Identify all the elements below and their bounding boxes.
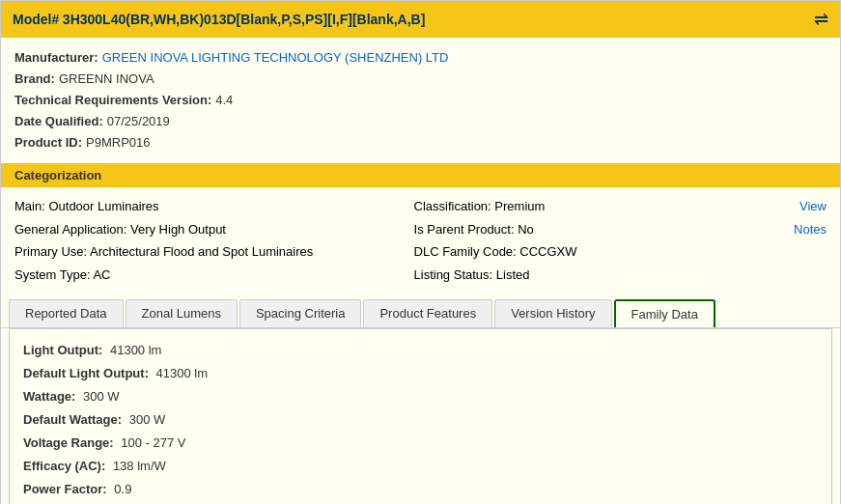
product-id-label: Product ID: [14,132,82,154]
efficacy-label: Efficacy (AC): [23,459,105,473]
manufacturer-label: Manufacturer: [14,47,98,69]
default-light-output-value: 41300 lm [156,366,208,380]
categorization-header: Categorization [1,163,840,187]
cat-right-column: Classification: Premium Is Parent Produc… [385,195,785,286]
model-label: Model# [13,12,59,27]
primary-use-label: Primary Use: [14,244,87,259]
light-output-label: Light Output: [23,343,102,357]
power-factor-label: Power Factor: [23,482,107,496]
tab-zonal-lumens[interactable]: Zonal Lumens [126,299,238,327]
general-app-label: General Application: [14,222,126,237]
efficacy-value: 138 lm/W [113,459,166,473]
voltage-range-label: Voltage Range: [23,435,114,450]
power-factor-row: Power Factor: 0.9 [23,478,818,501]
wattage-value: 300 W [83,389,120,404]
listing-status-value: Listed [496,267,530,282]
product-id-row: Product ID: P9MRP016 [14,132,827,154]
date-qualified-row: Date Qualified: 07/25/2019 [14,111,827,132]
date-qualified-label: Date Qualified: [14,111,103,132]
view-link[interactable]: View [799,195,827,217]
default-light-output-row: Default Light Output: 41300 lm [23,362,818,385]
notes-link[interactable]: Notes [794,218,827,240]
header-bar: Model# 3H300L40(BR,WH,BK)013D[Blank,P,S,… [1,1,840,38]
light-output-row: Light Output: 41300 lm [23,339,818,362]
cat-actions: View Notes [784,195,827,240]
main-row: Main: Outdoor Luminaires [14,195,385,217]
classification-label: Classification: [414,199,491,213]
categorization-title: Categorization [14,168,101,182]
wattage-label: Wattage: [23,389,75,404]
model-value: 3H300L40(BR,WH,BK)013D[Blank,P,S,PS][I,F… [63,12,425,27]
tab-version-history[interactable]: Version History [494,299,611,327]
categorization-content: Main: Outdoor Luminaires General Applica… [1,187,840,294]
tab-reported-data[interactable]: Reported Data [9,299,124,327]
voltage-range-row: Voltage Range: 100 - 277 V [23,432,818,455]
system-type-value: AC [93,267,110,282]
tab-spacing-criteria[interactable]: Spacing Criteria [239,299,362,327]
main-value: Outdoor Luminaires [48,199,158,213]
product-id-value: P9MRP016 [86,132,150,154]
general-app-value[interactable]: Very High Output [130,222,226,237]
primary-use-value[interactable]: Architectural Flood and Spot Luminaires [90,244,313,259]
info-section: Manufacturer: GREEN INOVA LIGHTING TECHN… [1,38,840,163]
system-type-row: System Type: AC [14,264,385,286]
tech-req-value: 4.4 [215,90,233,111]
dlc-family-label: DLC Family Code: [414,244,517,259]
date-qualified-value: 07/25/2019 [107,111,170,132]
light-output-value: 41300 lm [110,343,161,357]
tab-content-reported-data: Light Output: 41300 lm Default Light Out… [9,328,832,504]
tabs-bar: Reported Data Zonal Lumens Spacing Crite… [1,294,840,328]
page-wrapper: Model# 3H300L40(BR,WH,BK)013D[Blank,P,S,… [0,0,841,504]
classification-value: Premium [494,199,545,213]
brand-row: Brand: GREENN INOVA [14,69,827,90]
default-wattage-label: Default Wattage: [23,412,122,427]
system-type-label: System Type: [14,267,91,282]
tab-family-data[interactable]: Family Data [614,299,715,327]
main-label: Main: [14,199,45,213]
dlc-family-value: CCCGXW [519,244,576,259]
classification-row: Classification: Premium [414,195,785,217]
power-factor-value: 0.9 [114,482,131,496]
is-parent-value: No [518,222,534,237]
brand-value: GREENN INOVA [59,69,154,90]
model-header: Model# 3H300L40(BR,WH,BK)013D[Blank,P,S,… [13,12,425,27]
default-wattage-value: 300 W [129,412,166,427]
is-parent-label: Is Parent Product: [414,222,515,237]
primary-use-row: Primary Use: Architectural Flood and Spo… [14,240,385,263]
brand-label: Brand: [14,69,55,90]
listing-status-label: Listing Status: [414,267,493,282]
general-app-row: General Application: Very High Output [14,218,385,240]
dlc-family-row: DLC Family Code: CCCGXW [414,240,785,263]
tab-product-features[interactable]: Product Features [363,299,492,327]
wattage-row: Wattage: 300 W [23,385,818,408]
manufacturer-row: Manufacturer: GREEN INOVA LIGHTING TECHN… [14,47,827,69]
efficacy-row: Efficacy (AC): 138 lm/W [23,455,818,478]
tech-req-row: Technical Requirements Version: 4.4 [14,90,827,111]
cat-left-column: Main: Outdoor Luminaires General Applica… [14,195,385,286]
default-light-output-label: Default Light Output: [23,366,149,380]
listing-status-row: Listing Status: Listed [414,264,785,286]
is-parent-row: Is Parent Product: No [414,218,785,240]
swap-icon[interactable]: ⇌ [814,9,828,30]
tech-req-label: Technical Requirements Version: [14,90,211,111]
voltage-range-value: 100 - 277 V [121,435,185,450]
manufacturer-value[interactable]: GREEN INOVA LIGHTING TECHNOLOGY (SHENZHE… [102,47,449,69]
default-wattage-row: Default Wattage: 300 W [23,408,818,432]
